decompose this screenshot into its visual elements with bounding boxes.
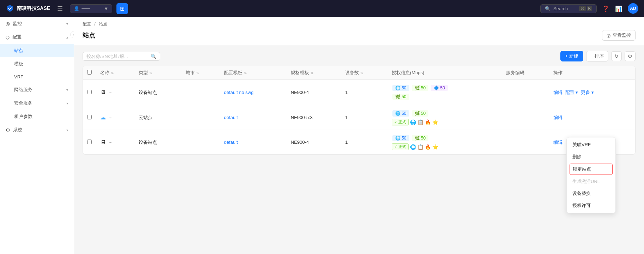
brand-logo: 南凌科技SASE — [6, 4, 50, 13]
device-count-sort-icon[interactable]: ⇅ — [360, 71, 363, 75]
row3-service-code — [502, 130, 549, 154]
row3-edit-link[interactable]: 编辑 — [553, 139, 562, 146]
page-title-row: 站点 ◎ 查看监控 — [83, 30, 636, 45]
sidebar-item-vrf[interactable]: VRF — [0, 71, 74, 83]
nav-selector[interactable]: 👤 —— ▼ — [70, 4, 112, 13]
row2-city — [181, 105, 220, 130]
dropdown-item-delete[interactable]: 删除 — [567, 151, 615, 163]
network-expand-icon: ▾ — [66, 88, 68, 92]
search-shortcut: ⌘ K — [579, 6, 592, 11]
more-dropdown-menu: 关联VRF 删除 锁定站点 生成激活URL 设备替换 授权许可 — [566, 137, 616, 213]
top-nav: 南凌科技SASE ☰ 👤 —— ▼ ⊞ 🔍 Search ⌘ K ❓ 📊 AD — [0, 0, 644, 17]
row3-status-icon-3: 🔥 — [425, 144, 431, 150]
row2-checkbox — [83, 105, 96, 130]
row3-select[interactable] — [87, 140, 92, 144]
row1-site-icon: 🖥 — [100, 89, 106, 96]
system-icon: ⚙ — [6, 127, 10, 133]
col-city-header: 城市⇅ — [181, 66, 220, 80]
row1-auth-tag-1: 🌐 50 — [392, 85, 409, 91]
dropdown-item-lock-site[interactable]: 锁定站点 — [570, 164, 613, 175]
global-search-box[interactable]: 🔍 Search ⌘ K — [540, 4, 597, 13]
search-icon: 🔍 — [545, 6, 550, 11]
config-template-sort-icon[interactable]: ⇅ — [244, 71, 247, 75]
table-search-input[interactable] — [86, 54, 149, 59]
row2-status-icon-3: 🔥 — [425, 119, 431, 125]
sidebar-item-config[interactable]: ◇ 配置 ▴ — [0, 30, 74, 44]
select-all-checkbox[interactable] — [87, 70, 92, 75]
user-avatar[interactable]: AD — [628, 3, 638, 14]
sites-table: 名称⇅ 类型⇅ 城市⇅ 配置模板⇅ 规格模板⇅ — [83, 66, 636, 155]
nav-action-button[interactable]: ⊞ — [116, 3, 128, 14]
row1-spec-template: NE900-4 — [287, 80, 341, 105]
row3-auth-info: 🌐 50 🌿 50 ✓ 正式 🌐 📋 🔥 ⭐ — [387, 130, 502, 154]
row1-auth-tag-4: 🌿 50 — [392, 94, 409, 100]
name-sort-icon[interactable]: ⇅ — [111, 71, 114, 75]
table-row: ☁ ··· 云站点 default NE900-5:3 1 — [83, 105, 635, 130]
row1-select[interactable] — [87, 90, 92, 94]
row3-type: 设备站点 — [134, 130, 181, 154]
sidebar-item-system[interactable]: ⚙ 系统 ▾ — [0, 123, 74, 137]
stats-icon[interactable]: 📊 — [615, 5, 622, 12]
new-site-button[interactable]: + 新建 — [560, 51, 583, 61]
sidebar-item-network-service[interactable]: 网络服务 ▾ — [0, 83, 74, 96]
nav-right-area: 🔍 Search ⌘ K ❓ 📊 AD — [540, 3, 638, 14]
row3-auth-tag-1: 🌐 50 — [392, 135, 409, 141]
row2-service-code — [502, 105, 549, 130]
refresh-button[interactable]: ↻ — [611, 51, 622, 61]
sidebar-item-tenant-params[interactable]: 租户参数 — [0, 110, 74, 123]
row1-name: 🖥 ··· — [96, 80, 134, 105]
row2-status-icon-4: ⭐ — [432, 119, 438, 125]
row3-config-template[interactable]: default — [220, 130, 287, 154]
row3-status-icon-1: 🌐 — [410, 144, 416, 150]
sidebar: ‹ ◎ 监控 ▾ ◇ 配置 ▴ 站点 模板 VRF 网络服务 ▾ 安全服务 ▾ — [0, 17, 74, 254]
city-sort-icon[interactable]: ⇅ — [196, 71, 199, 75]
help-icon[interactable]: ❓ — [602, 5, 609, 12]
col-config-template-header: 配置模板⇅ — [220, 66, 287, 80]
dropdown-item-auth-permit[interactable]: 授权许可 — [567, 200, 615, 212]
col-checkbox-header — [83, 66, 96, 80]
row1-city — [181, 80, 220, 105]
row2-config-template[interactable]: default — [220, 105, 287, 130]
row2-edit-link[interactable]: 编辑 — [553, 114, 562, 121]
main-layout: ‹ ◎ 监控 ▾ ◇ 配置 ▴ 站点 模板 VRF 网络服务 ▾ 安全服务 ▾ — [0, 17, 644, 254]
page-title: 站点 — [83, 31, 95, 40]
row2-select[interactable] — [87, 115, 92, 119]
row1-auth-tag-2: 🌿 50 — [412, 85, 429, 91]
security-expand-icon: ▾ — [66, 101, 68, 105]
view-monitor-button[interactable]: ◎ 查看监控 — [602, 30, 636, 41]
row1-config-link[interactable]: 配置 ▾ — [565, 89, 578, 96]
table-toolbar: 🔍 + 新建 + 排序 ↻ ⚙ — [83, 51, 636, 61]
dropdown-item-device-replace[interactable]: 设备替换 — [567, 188, 615, 200]
dropdown-item-gen-url: 生成激活URL — [567, 176, 615, 188]
col-service-code-header: 服务编码 — [502, 66, 549, 80]
row2-site-icon: ☁ — [100, 114, 106, 121]
row2-device-count: 1 — [341, 105, 387, 130]
row1-auth-tag-3: 🔷 50 — [431, 85, 448, 91]
selector-chevron-icon: ▼ — [104, 6, 108, 11]
row1-auth-info: 🌐 50 🌿 50 🔷 50 🌿 50 — [387, 80, 502, 105]
row1-config-template[interactable]: default no swg — [220, 80, 287, 105]
sidebar-item-monitor[interactable]: ◎ 监控 ▾ — [0, 17, 74, 30]
row2-auth-tag-1: 🌐 50 — [392, 110, 409, 117]
sidebar-item-template[interactable]: 模板 — [0, 57, 74, 71]
row3-status-icon-2: 📋 — [417, 144, 423, 150]
table-search-wrap[interactable]: 🔍 — [83, 52, 160, 61]
sidebar-item-security-service[interactable]: 安全服务 ▾ — [0, 96, 74, 110]
dropdown-item-assoc-vrf[interactable]: 关联VRF — [567, 139, 615, 151]
row1-service-code — [502, 80, 549, 105]
row3-device-count: 1 — [341, 130, 387, 154]
breadcrumb-config[interactable]: 配置 — [83, 22, 91, 26]
row2-status-badge: ✓ 正式 — [392, 119, 409, 125]
content-area: 配置 / 站点 站点 ◎ 查看监控 🔍 + 新建 — [74, 17, 644, 254]
row1-more-link[interactable]: 更多 ▾ — [581, 89, 594, 96]
row1-edit-link[interactable]: 编辑 — [553, 89, 562, 96]
monitor-icon: ◎ — [6, 21, 10, 26]
type-sort-icon[interactable]: ⇅ — [149, 71, 152, 75]
row3-auth-tag-2: 🌿 50 — [412, 135, 429, 141]
spec-template-sort-icon[interactable]: ⇅ — [311, 71, 313, 75]
breadcrumb-sites[interactable]: 站点 — [99, 22, 107, 26]
table-settings-button[interactable]: ⚙ — [625, 51, 636, 61]
sidebar-item-sites[interactable]: 站点 — [0, 44, 74, 57]
sort-button[interactable]: + 排序 — [586, 51, 608, 61]
menu-icon[interactable]: ☰ — [54, 3, 66, 14]
